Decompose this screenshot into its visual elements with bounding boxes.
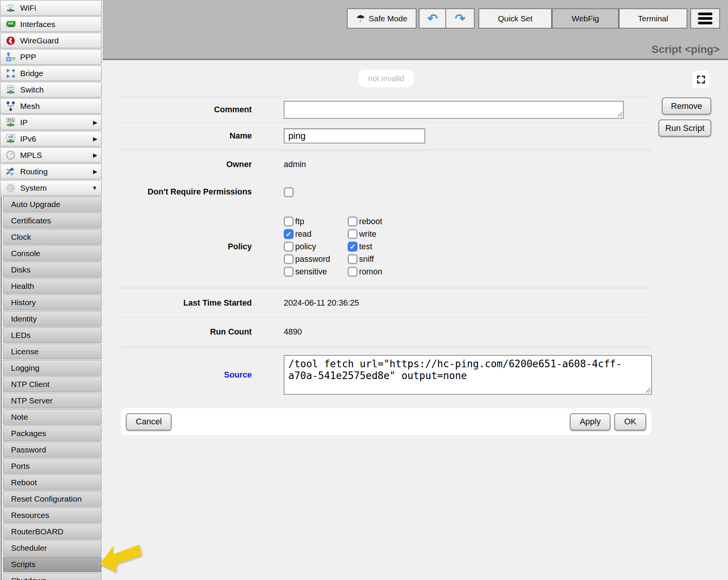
sidebar-item-wireguard[interactable]: WireGuard xyxy=(0,33,102,48)
policy-item: ✓ ftp xyxy=(284,217,348,226)
sidebar-item-packages[interactable]: Packages xyxy=(3,425,102,441)
cancel-label: Cancel xyxy=(136,417,162,427)
comment-row: Comment xyxy=(121,97,651,122)
dont-require-permissions-row: Don't Require Permissions ✓ xyxy=(121,178,651,206)
redo-button[interactable]: ↷ xyxy=(445,8,475,29)
sidebar-item-interfaces[interactable]: Interfaces xyxy=(0,16,102,32)
sidebar-item-resources[interactable]: Resources xyxy=(3,507,102,523)
policy-row: Policy ✓ ftp ✓ reboot ✓ read xyxy=(121,206,651,287)
sidebar-item-identity[interactable]: Identity xyxy=(3,311,102,327)
policy-item-label: reboot xyxy=(359,217,382,226)
sidebar-item-label: Shutdown xyxy=(11,576,46,580)
ok-button[interactable]: OK xyxy=(614,413,646,430)
routing-icon xyxy=(4,166,17,177)
sidebar-item-note[interactable]: Note xyxy=(3,409,102,425)
sidebar-item-label: Logging xyxy=(11,363,40,373)
quick-set-button[interactable]: Quick Set xyxy=(478,8,552,29)
terminal-label: Terminal xyxy=(638,14,668,23)
fullscreen-button[interactable] xyxy=(692,71,710,88)
sidebar-item-label: Scheduler xyxy=(11,543,47,553)
policy-romon-checkbox[interactable]: ✓ xyxy=(348,267,358,277)
source-row: Source xyxy=(121,348,651,402)
check-icon: ✓ xyxy=(350,243,356,250)
sidebar-item-label: Scripts xyxy=(11,560,35,569)
sidebar-item-certificates[interactable]: Certificates xyxy=(3,213,102,228)
sidebar-item-reset-configuration[interactable]: Reset Configuration xyxy=(3,491,102,507)
name-field[interactable] xyxy=(284,128,425,143)
sidebar-item-ipv6[interactable]: v6 IPv6 ▶ xyxy=(0,131,102,147)
remove-button[interactable]: Remove xyxy=(662,97,711,115)
wireguard-icon xyxy=(4,35,17,46)
submenu-arrow-icon: ▶ xyxy=(93,119,97,126)
policy-password-checkbox[interactable]: ✓ xyxy=(284,254,294,264)
sidebar-item-routing[interactable]: Routing ▶ xyxy=(0,164,102,179)
sidebar-item-disks[interactable]: Disks xyxy=(3,262,102,277)
sidebar-item-console[interactable]: Console xyxy=(3,245,102,261)
submenu-arrow-icon: ▶ xyxy=(93,135,97,142)
sidebar-item-label: WiFi xyxy=(20,3,36,13)
sidebar-item-label: Resources xyxy=(11,511,49,520)
last-time-started-row: Last Time Started 2024-06-11 20:36:25 xyxy=(121,289,651,317)
policy-reboot-checkbox[interactable]: ✓ xyxy=(348,217,358,226)
run-count-label: Run Count xyxy=(121,327,252,337)
sidebar-item-label: Switch xyxy=(20,85,44,94)
policy-read-checkbox[interactable]: ✓ xyxy=(284,229,294,239)
sidebar-item-password[interactable]: Password xyxy=(3,442,102,457)
policy-item-label: ftp xyxy=(295,217,304,226)
source-field[interactable] xyxy=(284,355,652,395)
sidebar-item-label: Health xyxy=(11,282,34,291)
sidebar-item-ntp-server[interactable]: NTP Server xyxy=(3,393,102,408)
sidebar-item-label: Packages xyxy=(11,429,46,438)
hamburger-menu-button[interactable] xyxy=(690,8,720,29)
sidebar-item-mesh[interactable]: Mesh xyxy=(0,98,102,114)
undo-button[interactable]: ↶ xyxy=(419,8,446,29)
owner-value: admin xyxy=(284,160,306,169)
sidebar-item-wifi[interactable]: WiFi xyxy=(0,0,102,16)
sidebar-item-label: Clock xyxy=(11,233,31,242)
sidebar-item-health[interactable]: Health xyxy=(3,278,102,294)
policy-sensitive-checkbox[interactable]: ✓ xyxy=(284,267,294,277)
sidebar-item-ip[interactable]: 255 IP ▶ xyxy=(0,115,102,130)
policy-policy-checkbox[interactable]: ✓ xyxy=(284,242,294,252)
run-script-label: Run Script xyxy=(665,123,704,133)
cancel-button[interactable]: Cancel xyxy=(126,413,172,430)
tab-webfig[interactable]: WebFig xyxy=(552,8,619,29)
sidebar-item-label: Interfaces xyxy=(20,20,55,29)
sidebar-item-auto-upgrade[interactable]: Auto Upgrade xyxy=(3,196,102,212)
sidebar-item-label: IP xyxy=(20,118,28,127)
sidebar-item-leds[interactable]: LEDs xyxy=(3,327,102,343)
policy-test-checkbox[interactable]: ✓ xyxy=(348,242,358,252)
sidebar-item-label: Note xyxy=(11,413,28,422)
sidebar-item-bridge[interactable]: Bridge xyxy=(0,65,102,81)
sidebar-item-mpls[interactable]: MPLS ▶ xyxy=(0,147,102,163)
sidebar-item-ntp-client[interactable]: NTP Client xyxy=(3,376,102,392)
sidebar-item-reboot[interactable]: Reboot xyxy=(3,475,102,490)
source-label[interactable]: Source xyxy=(121,370,252,380)
apply-button[interactable]: Apply xyxy=(570,413,610,430)
safe-mode-button[interactable]: ☂ Safe Mode xyxy=(347,8,416,29)
tab-terminal[interactable]: Terminal xyxy=(619,8,687,29)
policy-item: ✓ read xyxy=(284,229,348,239)
dont-require-permissions-checkbox[interactable]: ✓ xyxy=(284,187,294,197)
sidebar-item-history[interactable]: History xyxy=(3,295,102,310)
sidebar-item-logging[interactable]: Logging xyxy=(3,360,102,376)
sidebar-item-scripts[interactable]: Scripts xyxy=(3,556,102,572)
sidebar-item-clock[interactable]: Clock xyxy=(3,229,102,245)
sidebar-item-scheduler[interactable]: Scheduler xyxy=(3,540,102,556)
comment-field[interactable] xyxy=(284,101,624,119)
policy-item-label: write xyxy=(359,229,376,239)
sidebar-item-switch[interactable]: Switch xyxy=(0,82,102,97)
run-script-button[interactable]: Run Script xyxy=(658,120,711,137)
sidebar-item-ppp[interactable]: PPP xyxy=(0,49,102,65)
policy-ftp-checkbox[interactable]: ✓ xyxy=(284,217,294,226)
policy-sniff-checkbox[interactable]: ✓ xyxy=(348,254,358,264)
policy-write-checkbox[interactable]: ✓ xyxy=(348,229,358,239)
sidebar-item-shutdown[interactable]: Shutdown xyxy=(3,573,102,580)
wifi-icon xyxy=(4,2,17,14)
sidebar-item-label: NTP Client xyxy=(11,380,49,389)
sidebar-item-system[interactable]: System ▼ xyxy=(0,180,102,196)
sidebar-item-label: RouterBOARD xyxy=(11,527,64,536)
sidebar-item-ports[interactable]: Ports xyxy=(3,458,102,474)
sidebar-item-license[interactable]: License xyxy=(3,344,102,359)
sidebar-item-routerboard[interactable]: RouterBOARD xyxy=(3,524,102,539)
